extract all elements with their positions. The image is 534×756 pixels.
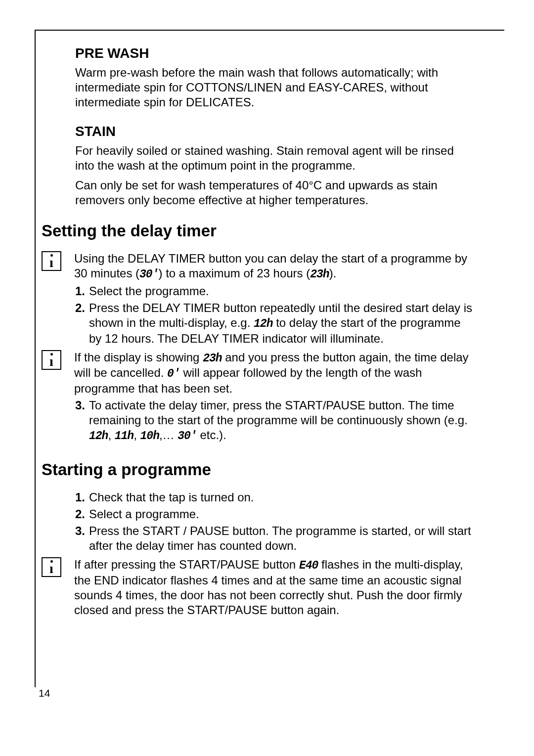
segment-23h: 23h (310, 268, 329, 281)
starting-steps: Check that the tap is turned on. Select … (75, 490, 475, 553)
segment-30m: 30' (139, 268, 158, 281)
delay-steps-3: To activate the delay timer, press the S… (75, 398, 475, 444)
body-stain-1: For heavily soiled or stained washing. S… (75, 143, 475, 173)
t: , (134, 428, 140, 442)
info-icon: ı (42, 350, 61, 370)
section-stain: STAIN For heavily soiled or stained wash… (75, 124, 475, 208)
info-icon-stem: ı (49, 256, 53, 269)
t: If after pressing the START/PAUSE button (74, 558, 299, 571)
segment-e40: E40 (299, 559, 318, 572)
info-icon-dot (50, 254, 53, 257)
segment-0m: 0' (167, 367, 180, 380)
delay-steps-1-2: Select the programme. Press the DELAY TI… (75, 284, 475, 346)
segment-30m-list: 30' (178, 430, 196, 443)
body-stain-2: Can only be set for wash temperatures of… (75, 178, 475, 208)
section-pre-wash: PRE WASH Warm pre-wash before the main w… (75, 45, 475, 110)
section-starting: Starting a programme (42, 460, 475, 479)
page-number: 14 (39, 687, 50, 699)
segment-12h-list: 12h (89, 430, 108, 443)
segment-11h-list: 11h (115, 430, 134, 443)
starting-step-1: Check that the tap is turned on. (75, 490, 475, 505)
info-icon-stem: ı (49, 562, 53, 576)
page-content: PRE WASH Warm pre-wash before the main w… (36, 45, 504, 618)
info-icon-dot (50, 353, 53, 356)
info-icon: ı (42, 557, 61, 577)
info-starting: ı If after pressing the START/PAUSE butt… (42, 557, 475, 618)
info-starting-text: If after pressing the START/PAUSE button… (74, 557, 475, 618)
info-delay-1: ı Using the DELAY TIMER button you can d… (42, 251, 475, 282)
heading-stain: STAIN (75, 124, 475, 139)
heading-pre-wash: PRE WASH (75, 45, 475, 61)
delay-step-1: Select the programme. (75, 284, 475, 299)
t: ,… (159, 428, 178, 442)
info-icon: ı (42, 251, 61, 271)
t: ) to a maximum of 23 hours ( (158, 267, 310, 280)
segment-12h: 12h (254, 317, 272, 330)
manual-page: PRE WASH Warm pre-wash before the main w… (0, 0, 534, 756)
body-pre-wash: Warm pre-wash before the main wash that … (75, 65, 475, 110)
t: If the display is showing (74, 351, 203, 364)
heading-starting: Starting a programme (42, 460, 475, 479)
t: , (108, 428, 114, 442)
info-icon-dot (50, 560, 53, 563)
info-delay-2-text: If the display is showing 23h and you pr… (74, 350, 475, 397)
info-delay-2: ı If the display is showing 23h and you … (42, 350, 475, 397)
section-delay-timer: Setting the delay timer (42, 222, 475, 240)
t: ). (329, 267, 337, 280)
t: To activate the delay timer, press the S… (89, 399, 468, 427)
delay-step-2: Press the DELAY TIMER button repeatedly … (75, 301, 475, 346)
starting-step-3: Press the START / PAUSE button. The prog… (75, 524, 475, 553)
segment-10h-list: 10h (140, 430, 159, 443)
starting-step-2: Select a programme. (75, 507, 475, 522)
info-delay-1-text: Using the DELAY TIMER button you can del… (74, 251, 475, 282)
segment-23h-b: 23h (203, 352, 222, 365)
t: etc.). (197, 428, 226, 442)
heading-delay-timer: Setting the delay timer (42, 222, 475, 240)
info-icon-stem: ı (49, 355, 53, 368)
page-frame: PRE WASH Warm pre-wash before the main w… (35, 30, 504, 687)
delay-step-3: To activate the delay timer, press the S… (75, 398, 475, 444)
spacer (75, 447, 475, 460)
